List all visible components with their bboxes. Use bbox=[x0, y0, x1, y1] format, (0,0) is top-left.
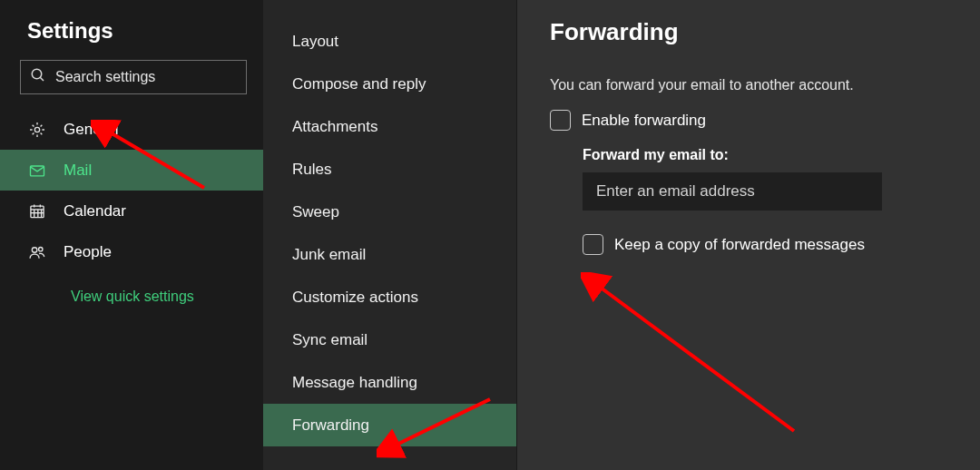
forward-to-input[interactable] bbox=[583, 172, 882, 211]
mail-subnav: Layout Compose and reply Attachments Rul… bbox=[263, 0, 516, 470]
forward-to-label: Forward my email to: bbox=[583, 147, 980, 163]
subnav-item-rules[interactable]: Rules bbox=[263, 148, 516, 191]
svg-point-12 bbox=[32, 247, 37, 252]
sidebar-item-label: General bbox=[64, 121, 118, 139]
subnav-item-attachments[interactable]: Attachments bbox=[263, 105, 516, 148]
settings-sidebar: Settings General Mail bbox=[0, 0, 263, 470]
keep-copy-checkbox[interactable] bbox=[583, 234, 603, 255]
people-icon bbox=[27, 242, 47, 262]
sidebar-title: Settings bbox=[27, 18, 263, 44]
svg-point-13 bbox=[39, 247, 43, 250]
panel-intro: You can forward your email to another ac… bbox=[550, 77, 980, 93]
sidebar-item-calendar[interactable]: Calendar bbox=[0, 191, 263, 231]
panel-title: Forwarding bbox=[550, 18, 980, 46]
enable-forwarding-checkbox[interactable] bbox=[550, 110, 571, 131]
subnav-item-junk[interactable]: Junk email bbox=[263, 233, 516, 276]
subnav-item-sweep[interactable]: Sweep bbox=[263, 191, 516, 233]
subnav-item-customize[interactable]: Customize actions bbox=[263, 276, 516, 318]
gear-icon bbox=[27, 120, 47, 140]
sidebar-item-label: People bbox=[64, 243, 112, 261]
search-icon bbox=[30, 67, 46, 87]
sidebar-item-label: Mail bbox=[64, 162, 92, 180]
subnav-item-handling[interactable]: Message handling bbox=[263, 361, 516, 404]
sidebar-item-general[interactable]: General bbox=[0, 109, 263, 150]
search-input[interactable] bbox=[55, 69, 237, 85]
keep-copy-row: Keep a copy of forwarded messages bbox=[583, 234, 980, 255]
subnav-item-layout[interactable]: Layout bbox=[263, 20, 516, 63]
view-quick-settings-link[interactable]: View quick settings bbox=[71, 289, 194, 305]
subnav-item-sync[interactable]: Sync email bbox=[263, 318, 516, 361]
svg-point-0 bbox=[32, 69, 42, 79]
sidebar-item-mail[interactable]: Mail bbox=[0, 150, 263, 191]
sidebar-item-people[interactable]: People bbox=[0, 231, 263, 272]
subnav-item-compose[interactable]: Compose and reply bbox=[263, 63, 516, 105]
sidebar-item-label: Calendar bbox=[64, 202, 126, 220]
enable-forwarding-row: Enable forwarding bbox=[550, 110, 980, 131]
mail-icon bbox=[27, 161, 47, 181]
enable-forwarding-label: Enable forwarding bbox=[582, 112, 706, 130]
forwarding-panel: Forwarding You can forward your email to… bbox=[516, 0, 980, 470]
search-settings-box[interactable] bbox=[20, 60, 247, 94]
svg-line-1 bbox=[40, 77, 44, 81]
keep-copy-label: Keep a copy of forwarded messages bbox=[614, 236, 865, 254]
calendar-icon bbox=[27, 201, 47, 221]
subnav-item-forwarding[interactable]: Forwarding bbox=[263, 404, 516, 446]
svg-point-2 bbox=[34, 127, 39, 132]
forward-to-block: Forward my email to: Keep a copy of forw… bbox=[583, 147, 980, 255]
